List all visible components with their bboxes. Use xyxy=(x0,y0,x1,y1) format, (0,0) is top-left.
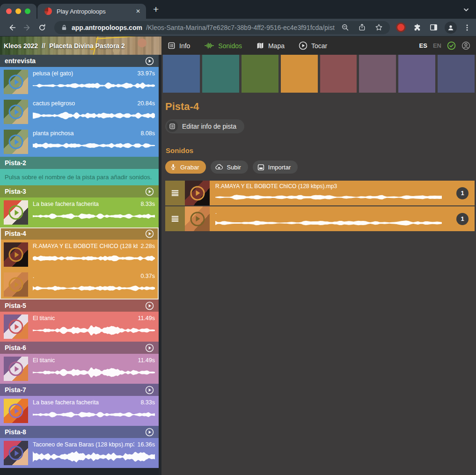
track-play-button[interactable] xyxy=(145,301,154,310)
sample-play-icon[interactable] xyxy=(9,320,23,334)
nav-item-label: Mapa xyxy=(268,42,285,50)
track-name: entrevista xyxy=(5,57,145,65)
extensions-puzzle-icon[interactable] xyxy=(412,21,422,35)
sample-row[interactable]: cactus peligroso20.84s xyxy=(0,97,159,127)
sample-row[interactable]: El titanic11.49s xyxy=(0,312,159,342)
zoom-minus-icon[interactable] xyxy=(338,22,352,33)
track-header[interactable]: Pista-3 xyxy=(0,185,159,197)
sample-play-icon[interactable] xyxy=(9,75,23,89)
sample-row[interactable]: pelusa (el gato)33.97s xyxy=(0,67,159,97)
edit-track-info-button[interactable]: Editar info de pista xyxy=(165,119,244,133)
nav-item-mapa[interactable]: Mapa xyxy=(256,42,285,50)
browser-tab[interactable]: Play Antropoloops ✕ xyxy=(37,4,146,19)
language-en[interactable]: EN xyxy=(433,42,441,49)
language-es[interactable]: ES xyxy=(419,42,427,49)
play-triangle-icon xyxy=(15,252,19,257)
track-header[interactable]: Pista-5 xyxy=(0,300,159,312)
sound-row[interactable]: .1 xyxy=(165,206,475,231)
project-map-thumbnail[interactable]: Kleos 2022 // Placeta Divina Pastora 2 xyxy=(0,37,161,55)
importar-button[interactable]: Importar xyxy=(253,161,298,174)
forward-button[interactable] xyxy=(20,21,35,35)
sidebar-track: Pista-8Taconeo de Sara Baras (128 kbps).… xyxy=(0,426,159,468)
account-icon[interactable] xyxy=(461,41,470,50)
window-close-button[interactable] xyxy=(6,8,12,14)
track-color-swatch-5[interactable] xyxy=(320,55,357,93)
sample-thumbnail xyxy=(4,242,28,267)
track-name: Pista-3 xyxy=(5,188,145,195)
track-name: Pista-6 xyxy=(5,344,145,351)
tab-close-icon[interactable]: ✕ xyxy=(132,8,140,15)
track-header[interactable]: Pista-8 xyxy=(0,426,159,438)
browser-menu-icon[interactable] xyxy=(463,21,471,35)
track-color-swatch-8[interactable] xyxy=(438,55,475,93)
sample-play-icon[interactable] xyxy=(9,135,23,149)
grabar-button[interactable]: Grabar xyxy=(165,161,206,174)
track-play-button[interactable] xyxy=(145,229,154,238)
drag-handle[interactable] xyxy=(165,181,185,205)
sound-play-icon[interactable] xyxy=(190,212,205,226)
window-zoom-button[interactable] xyxy=(25,8,30,14)
sample-play-icon[interactable] xyxy=(9,404,23,418)
sample-row[interactable]: .0.37s xyxy=(0,270,159,300)
track-color-swatch-6[interactable] xyxy=(359,55,396,93)
track-play-button[interactable] xyxy=(145,187,154,196)
mic-icon xyxy=(169,163,177,171)
track-header[interactable]: entrevista xyxy=(0,55,159,67)
track-play-button[interactable] xyxy=(145,343,154,352)
window-minimize-button[interactable] xyxy=(15,8,21,14)
track-play-button[interactable] xyxy=(145,57,154,66)
sample-row[interactable]: La base fachera facherita8.33s xyxy=(0,197,159,227)
sample-waveform xyxy=(33,365,155,380)
sound-play-icon[interactable] xyxy=(190,186,205,200)
side-panel-icon[interactable] xyxy=(428,21,439,35)
map-icon xyxy=(256,42,264,50)
track-header[interactable]: Pista-6 xyxy=(0,342,159,354)
track-header[interactable]: Pista-4 xyxy=(0,227,159,240)
sample-row[interactable]: El titanic11.49s xyxy=(0,354,159,384)
track-body: El titanic11.49s xyxy=(0,312,159,342)
sample-row[interactable]: R.AMAYA Y EL BOBOTE CHICO (128 kbps)....… xyxy=(0,240,159,270)
sound-row[interactable]: R.AMAYA Y EL BOBOTE ChICO (128 kbps).mp3… xyxy=(165,181,475,205)
tracks-sidebar: entrevistapelusa (el gato)33.97scactus p… xyxy=(0,55,159,475)
track-header[interactable]: Pista-2 xyxy=(0,157,159,169)
new-tab-button[interactable]: + xyxy=(153,4,159,15)
subir-button[interactable]: Subir xyxy=(211,161,248,174)
url-path: /Kleos-Santa-Marina/f7e628c7-38b9-4ff2-9… xyxy=(146,24,335,31)
address-bar[interactable]: app.antropoloops.com /Kleos-Santa-Marina… xyxy=(54,21,390,34)
breadcrumb-project[interactable]: Kleos 2022 xyxy=(4,42,38,50)
track-header[interactable]: Pista-7 xyxy=(0,384,159,396)
drag-handle[interactable] xyxy=(165,206,185,231)
back-button[interactable] xyxy=(5,21,20,35)
track-color-swatch-3[interactable] xyxy=(242,55,278,93)
sample-play-icon[interactable] xyxy=(9,205,23,220)
sound-info: R.AMAYA Y EL BOBOTE ChICO (128 kbps).mp3 xyxy=(210,181,475,205)
share-icon[interactable] xyxy=(355,22,368,33)
sample-play-icon[interactable] xyxy=(9,446,23,460)
track-play-button[interactable] xyxy=(145,386,154,395)
sample-play-icon[interactable] xyxy=(9,362,23,376)
nav-item-sonidos[interactable]: Sonidos xyxy=(204,42,242,50)
track-detail-title: Pista-4 xyxy=(165,101,475,113)
reload-button[interactable] xyxy=(35,21,50,35)
sample-play-icon[interactable] xyxy=(9,248,23,262)
profile-avatar[interactable] xyxy=(445,22,457,34)
sample-row[interactable]: La base fachera facherita8.33s xyxy=(0,396,159,426)
nav-item-info[interactable]: Info xyxy=(168,42,190,50)
track-color-swatch-7[interactable] xyxy=(398,55,435,93)
record-extension-icon[interactable] xyxy=(396,22,406,32)
sound-count-badge: 1 xyxy=(456,213,469,225)
track-color-swatch-4[interactable] xyxy=(281,55,318,93)
tab-search-chevron-icon[interactable] xyxy=(462,6,470,14)
track-color-swatch-2[interactable] xyxy=(202,55,239,93)
sample-play-icon[interactable] xyxy=(9,105,23,119)
sample-row[interactable]: planta pinchosa8.08s xyxy=(0,127,159,157)
nav-item-tocar[interactable]: Tocar xyxy=(299,41,327,50)
sample-title: planta pinchosa xyxy=(33,130,74,137)
track-color-swatch-1[interactable] xyxy=(163,55,200,93)
sample-row[interactable]: Taconeo de Sara Baras (128 kbps).mp316.3… xyxy=(0,438,159,468)
sample-play-icon[interactable] xyxy=(9,278,23,292)
bookmark-star-icon[interactable] xyxy=(372,22,385,33)
play-triangle-icon xyxy=(15,109,19,115)
play-triangle-icon xyxy=(15,139,19,145)
track-play-button[interactable] xyxy=(145,428,154,437)
